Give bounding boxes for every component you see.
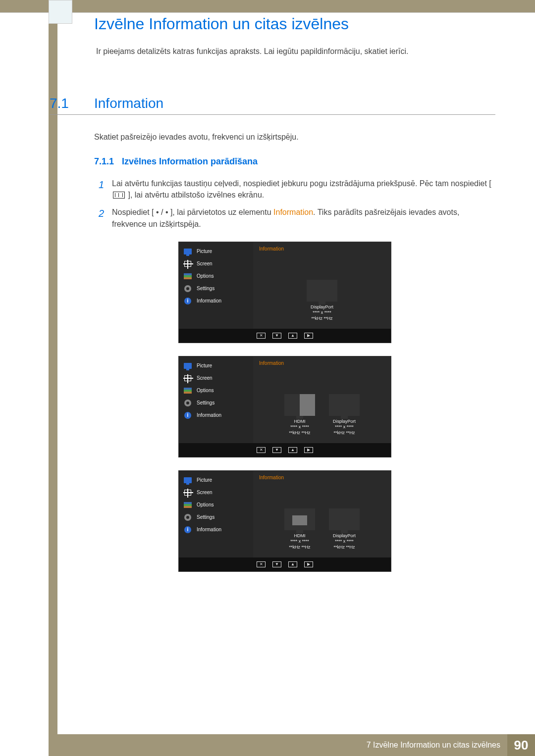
chapter-title: Izvēlne Information un citas izvēlnes [94, 15, 495, 33]
osd-sidebar-label: Picture [197, 363, 212, 368]
monitor-icon [329, 508, 360, 530]
osd-info-panel: DisplayPort**** x ******kHz **Hz [307, 280, 337, 322]
picture-icon [184, 248, 192, 255]
osd-sidebar-label: Information [197, 412, 221, 418]
osd-sidebar-item[interactable]: Options [184, 387, 248, 394]
step: 2Nospiediet [ • / • ], lai pārvietotos u… [94, 206, 495, 229]
monitor-icon [307, 280, 337, 302]
options-icon [184, 387, 192, 394]
info-icon: i [184, 298, 192, 304]
osd-source-name: HDMI [294, 533, 306, 539]
page-number: 90 [507, 734, 535, 756]
osd-sidebar-label: Settings [197, 514, 214, 520]
osd-nav-button[interactable]: ✕ [257, 561, 266, 567]
osd-main: InformationHDMI**** x ******kHz **HzDisp… [253, 356, 391, 443]
info-icon: i [184, 412, 192, 419]
picture-icon [184, 477, 192, 484]
osd-sidebar-label: Screen [197, 261, 213, 266]
osd-sidebar-item[interactable]: Settings [184, 285, 248, 292]
osd-info-panel: DisplayPort**** x ******kHz **Hz [329, 508, 360, 551]
osd-nav-button[interactable]: ▼ [272, 333, 281, 339]
subsection-title: Izvēlnes Information parādīšana [122, 156, 258, 167]
osd-info-panel: DisplayPort**** x ******kHz **Hz [329, 394, 360, 436]
osd-nav-button[interactable]: ▶ [304, 561, 313, 567]
osd-sidebar: PictureScreenOptionsSettingsiInformation [179, 471, 253, 557]
osd-sidebar-label: Picture [197, 249, 212, 254]
osd-sidebar-label: Options [197, 273, 214, 279]
step-number: 2 [94, 206, 104, 229]
screen-icon [184, 375, 192, 382]
osd-sidebar-item[interactable]: Options [184, 502, 248, 508]
osd-source-name: DisplayPort [333, 533, 356, 539]
osd-nav-button[interactable]: ▼ [272, 447, 281, 453]
osd-nav-button[interactable]: ✕ [257, 333, 266, 339]
osd-sidebar-item[interactable]: iInformation [184, 526, 248, 533]
osd-nav-button[interactable]: ▶ [304, 447, 313, 453]
step: 1Lai atvērtu funkcijas taustiņu ceļvedi,… [94, 178, 495, 201]
osd-info-panel: HDMI**** x ******kHz **Hz [284, 394, 315, 436]
osd-sidebar-label: Settings [197, 400, 214, 405]
section-title: Information [94, 96, 163, 111]
corner-box [49, 0, 72, 24]
monitor-icon [284, 508, 315, 530]
step-body: Nospiediet [ • / • ], lai pārvietotos uz… [112, 206, 495, 229]
osd-sidebar-label: Settings [197, 286, 214, 291]
osd-sidebar: PictureScreenOptionsSettingsiInformation [179, 356, 253, 443]
osd-frequency: **kHz **Hz [289, 545, 310, 551]
osd-resolution: **** x **** [313, 310, 331, 316]
osd-sidebar-label: Picture [197, 477, 212, 483]
osd-sidebar-item[interactable]: iInformation [184, 298, 248, 304]
screen-icon [184, 489, 192, 496]
osd-source-name: HDMI [294, 419, 306, 425]
osd-panels: HDMI**** x ******kHz **HzDisplayPort****… [259, 482, 385, 553]
osd-resolution: **** x **** [335, 539, 354, 545]
settings-icon [184, 514, 192, 521]
menu-button-icon [113, 192, 125, 199]
osd-panels: DisplayPort**** x ******kHz **Hz [259, 253, 385, 324]
options-icon [184, 273, 192, 280]
osd-nav-button[interactable]: ▲ [288, 333, 297, 339]
osd-sidebar-item[interactable]: Picture [184, 248, 248, 255]
osd-sidebar-item[interactable]: Screen [184, 489, 248, 496]
osd-nav-button[interactable]: ▼ [272, 561, 281, 567]
osd-sidebar-item[interactable]: Settings [184, 400, 248, 406]
osd-frequency: **kHz **Hz [289, 430, 310, 436]
osd-sidebar-item[interactable]: Picture [184, 477, 248, 484]
osd-source-name: DisplayPort [311, 304, 333, 310]
osd-screenshot: PictureScreenOptionsSettingsiInformation… [178, 470, 391, 572]
monitor-icon [284, 394, 315, 416]
osd-sidebar-item[interactable]: Screen [184, 375, 248, 382]
osd-nav-bar: ✕▼▲▶ [179, 443, 391, 457]
osd-sidebar-item[interactable]: Options [184, 273, 248, 280]
osd-nav-button[interactable]: ▶ [304, 333, 313, 339]
section-number: 7.1 [50, 96, 94, 111]
osd-frequency: **kHz **Hz [333, 545, 355, 551]
osd-nav-button[interactable]: ▲ [288, 561, 297, 567]
osd-sidebar-label: Options [197, 502, 214, 507]
osd-nav-bar: ✕▼▲▶ [179, 329, 391, 343]
osd-source-name: DisplayPort [333, 419, 356, 425]
osd-sidebar-label: Information [197, 527, 221, 532]
osd-sidebar: PictureScreenOptionsSettingsiInformation [179, 242, 253, 329]
footer-text: 7 Izvēlne Information un citas izvēlnes [367, 741, 500, 750]
osd-sidebar-item[interactable]: Screen [184, 260, 248, 267]
osd-main: InformationHDMI**** x ******kHz **HzDisp… [253, 471, 391, 557]
osd-nav-button[interactable]: ▲ [288, 447, 297, 453]
osd-screenshot: PictureScreenOptionsSettingsiInformation… [178, 356, 391, 457]
subsection-heading: 7.1.1 Izvēlnes Information parādīšana [94, 156, 495, 167]
osd-sidebar-label: Information [197, 298, 221, 303]
osd-sidebar-label: Options [197, 388, 214, 393]
osd-heading: Information [259, 360, 385, 366]
osd-sidebar-item[interactable]: Settings [184, 514, 248, 521]
osd-sidebar-item[interactable]: Picture [184, 362, 248, 369]
osd-sidebar-label: Screen [197, 375, 213, 381]
osd-nav-button[interactable]: ✕ [257, 447, 266, 453]
screen-icon [184, 260, 192, 267]
subsection-number: 7.1.1 [94, 156, 114, 167]
picture-icon [184, 362, 192, 369]
osd-sidebar-item[interactable]: iInformation [184, 412, 248, 419]
osd-nav-bar: ✕▼▲▶ [179, 557, 391, 571]
options-icon [184, 502, 192, 508]
info-icon: i [184, 526, 192, 533]
osd-main: InformationDisplayPort**** x ******kHz *… [253, 242, 391, 329]
